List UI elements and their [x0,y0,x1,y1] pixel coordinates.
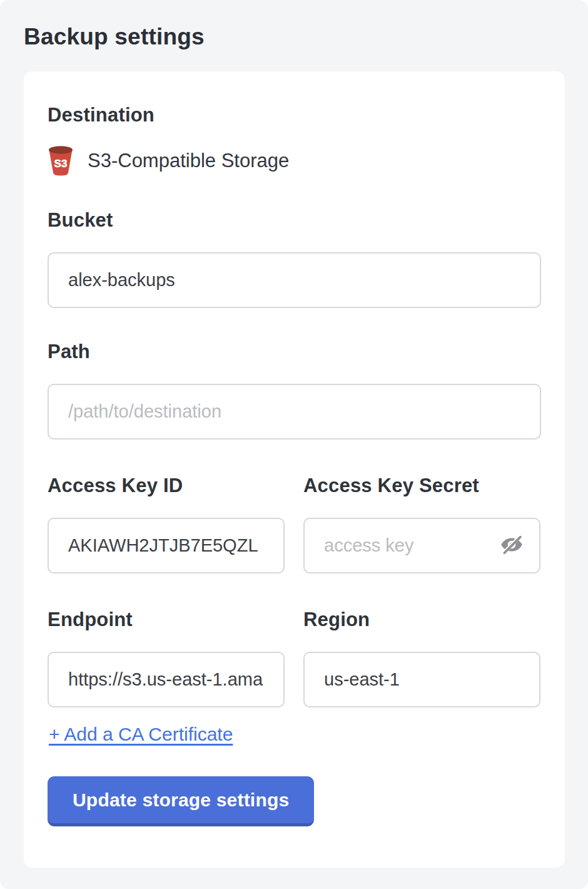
access-key-id-input[interactable] [48,518,285,573]
destination-value-row: S3 S3-Compatible Storage [48,145,541,177]
bucket-input[interactable] [48,252,541,308]
region-label: Region [303,609,370,630]
access-key-id-field: Access Key ID [48,475,285,573]
endpoint-input[interactable] [48,652,285,707]
region-field: Region [303,609,540,707]
destination-section: Destination S3 S3-Compatible Storage [48,104,541,177]
access-key-id-label: Access Key ID [48,475,183,496]
page-title: Backup settings [24,21,565,50]
backup-settings-page: Backup settings Destination S3 S3-Compat… [0,0,588,889]
access-key-secret-field: Access Key Secret [303,475,540,573]
path-label: Path [48,341,90,362]
submit-row: Update storage settings [48,745,541,826]
path-input[interactable] [48,384,541,439]
destination-value: S3-Compatible Storage [88,150,289,172]
access-key-secret-label: Access Key Secret [303,475,479,496]
region-input[interactable] [303,652,540,707]
update-storage-settings-button[interactable]: Update storage settings [48,776,314,826]
access-key-secret-input-wrap [303,518,540,573]
access-keys-row: Access Key ID Access Key Secret [48,475,541,573]
destination-label: Destination [48,104,541,126]
backup-settings-card: Destination S3 S3-Compatible Storage Buc… [24,71,565,868]
svg-text:S3: S3 [54,158,68,170]
toggle-secret-visibility-button[interactable] [499,533,524,558]
path-field: Path [48,341,541,439]
endpoint-label: Endpoint [48,609,133,630]
s3-bucket-icon: S3 [48,145,74,177]
add-ca-certificate-link[interactable]: + Add a CA Certificate [49,724,233,745]
bucket-field: Bucket [48,209,541,308]
ca-link-row: + Add a CA Certificate [48,707,541,745]
eye-off-icon [500,533,524,558]
bucket-label: Bucket [48,209,113,231]
endpoint-field: Endpoint [48,609,285,707]
endpoint-region-row: Endpoint Region [48,609,541,707]
